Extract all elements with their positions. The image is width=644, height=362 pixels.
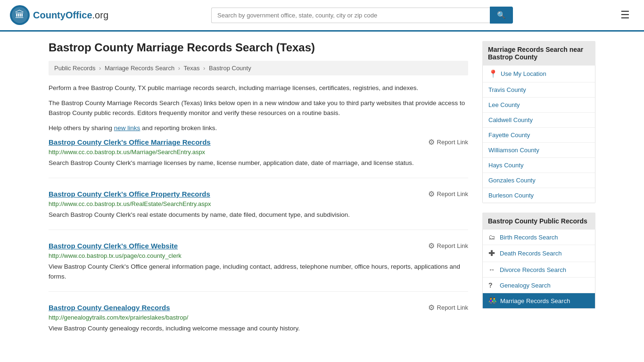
breadcrumb-sep2: › (178, 65, 180, 72)
results-list: Bastrop County Clerk's Office Marriage R… (49, 138, 468, 343)
record-marriage[interactable]: 👫 Marriage Records Search (483, 293, 595, 308)
result-title-1[interactable]: Bastrop County Clerk's Office Marriage R… (49, 138, 211, 146)
nearby-fayette[interactable]: Fayette County (483, 128, 595, 143)
logo[interactable]: 🏛 CountyOffice.org (9, 5, 108, 25)
birth-records-link[interactable]: Birth Records Search (500, 234, 558, 241)
site-header: 🏛 CountyOffice.org 🔍 ☰ (0, 0, 644, 32)
record-genealogy[interactable]: ? Genealogy Search (483, 278, 595, 293)
result-header-2: Bastrop County Clerk's Office Property R… (49, 189, 468, 198)
menu-button[interactable]: ☰ (616, 6, 635, 24)
report-icon-2: ⚙ (428, 189, 435, 198)
divorce-icon: ↔ (488, 266, 496, 273)
main-wrapper: Bastrop County Marriage Records Search (… (39, 32, 605, 362)
main-content: Bastrop County Marriage Records Search (… (49, 41, 468, 354)
nearby-list: 📍 Use My Location Travis County Lee Coun… (482, 66, 595, 203)
nearby-section: Marriage Records Search near Bastrop Cou… (482, 41, 595, 203)
breadcrumb-sep3: › (203, 65, 205, 72)
report-link-1[interactable]: ⚙ Report Link (428, 138, 468, 147)
genealogy-search-link[interactable]: Genealogy Search (500, 282, 551, 289)
death-records-link[interactable]: Death Records Search (500, 250, 562, 257)
result-desc-4: View Bastrop County genealogy records, i… (49, 323, 468, 334)
nearby-lee[interactable]: Lee County (483, 98, 595, 113)
result-url-1[interactable]: http://www.cc.co.bastrop.tx.us/Marriage/… (49, 148, 468, 156)
desc-para2: The Bastrop County Marriage Records Sear… (49, 98, 468, 118)
location-icon: 📍 (488, 69, 498, 78)
williamson-county-link[interactable]: Williamson County (488, 147, 539, 154)
search-input[interactable] (211, 8, 490, 23)
search-button[interactable]: 🔍 (490, 7, 513, 24)
report-link-4[interactable]: ⚙ Report Link (428, 303, 468, 312)
report-icon-4: ⚙ (428, 303, 435, 312)
public-records-list: 🗂 Birth Records Search ✚ Death Records S… (482, 230, 595, 309)
death-icon: ✚ (488, 249, 496, 258)
divorce-records-link[interactable]: Divorce Records Search (500, 266, 566, 273)
breadcrumb: Public Records › Marriage Records Search… (49, 61, 468, 75)
nearby-hays[interactable]: Hays County (483, 158, 595, 173)
logo-icon: 🏛 (9, 5, 30, 25)
result-url-3[interactable]: http://www.co.bastrop.tx.us/page/co.coun… (49, 252, 468, 259)
result-header-4: Bastrop County Genealogy Records ⚙ Repor… (49, 303, 468, 312)
public-records-header: Bastrop County Public Records (482, 213, 595, 230)
record-divorce[interactable]: ↔ Divorce Records Search (483, 262, 595, 278)
result-url-2[interactable]: http://www.cc.co.bastrop.tx.us/RealEstat… (49, 200, 468, 207)
fayette-county-link[interactable]: Fayette County (488, 132, 530, 139)
nearby-williamson[interactable]: Williamson County (483, 143, 595, 158)
sidebar: Marriage Records Search near Bastrop Cou… (482, 41, 595, 354)
result-item-1: Bastrop County Clerk's Office Marriage R… (49, 138, 468, 178)
result-item-2: Bastrop County Clerk's Office Property R… (49, 189, 468, 230)
result-desc-3: View Bastrop County Clerk's Office gener… (49, 262, 468, 282)
result-title-2[interactable]: Bastrop County Clerk's Office Property R… (49, 190, 210, 198)
nearby-burleson[interactable]: Burleson County (483, 188, 595, 203)
desc-para1: Perform a free Bastrop County, TX public… (49, 83, 468, 93)
svg-text:🏛: 🏛 (15, 9, 25, 20)
result-header-3: Bastrop County Clerk's Office Website ⚙ … (49, 241, 468, 250)
page-title: Bastrop County Marriage Records Search (… (49, 41, 468, 54)
nearby-travis[interactable]: Travis County (483, 82, 595, 98)
report-link-3[interactable]: ⚙ Report Link (428, 241, 468, 250)
result-url-4[interactable]: http://genealogytrails.com/tex/prairlesl… (49, 314, 468, 321)
travis-county-link[interactable]: Travis County (488, 86, 526, 93)
breadcrumb-sep1: › (99, 65, 101, 72)
caldwell-county-link[interactable]: Caldwell County (488, 116, 533, 123)
marriage-records-link[interactable]: Marriage Records Search (500, 297, 570, 304)
report-icon-3: ⚙ (428, 241, 435, 250)
desc-para3: Help others by sharing new links and rep… (49, 123, 468, 133)
use-location-item[interactable]: 📍 Use My Location (483, 66, 595, 82)
report-icon-1: ⚙ (428, 138, 435, 147)
burleson-county-link[interactable]: Burleson County (488, 192, 534, 199)
search-area: 🔍 (211, 7, 513, 24)
logo-text: CountyOffice.org (33, 10, 108, 21)
report-link-2[interactable]: ⚙ Report Link (428, 189, 468, 198)
result-item-3: Bastrop County Clerk's Office Website ⚙ … (49, 241, 468, 292)
nearby-header: Marriage Records Search near Bastrop Cou… (482, 41, 595, 66)
new-links-link[interactable]: new links (114, 124, 140, 132)
genealogy-icon: ? (488, 281, 496, 289)
use-location-link[interactable]: Use My Location (501, 70, 546, 77)
breadcrumb-public-records[interactable]: Public Records (54, 65, 95, 72)
result-title-4[interactable]: Bastrop County Genealogy Records (49, 304, 170, 312)
hays-county-link[interactable]: Hays County (488, 162, 523, 169)
result-desc-2: Search Bastrop County Clerk's real estat… (49, 210, 468, 220)
marriage-icon: 👫 (488, 297, 496, 304)
lee-county-link[interactable]: Lee County (488, 101, 520, 108)
birth-icon: 🗂 (488, 233, 496, 241)
breadcrumb-bastrop[interactable]: Bastrop County (209, 65, 251, 72)
breadcrumb-marriage-records[interactable]: Marriage Records Search (105, 65, 174, 72)
breadcrumb-texas[interactable]: Texas (184, 65, 200, 72)
result-title-3[interactable]: Bastrop County Clerk's Office Website (49, 242, 178, 250)
result-desc-1: Search Bastrop County Clerk's marriage l… (49, 158, 468, 168)
nearby-gonzales[interactable]: Gonzales County (483, 173, 595, 188)
nearby-caldwell[interactable]: Caldwell County (483, 113, 595, 128)
result-item-4: Bastrop County Genealogy Records ⚙ Repor… (49, 303, 468, 343)
record-birth[interactable]: 🗂 Birth Records Search (483, 230, 595, 245)
public-records-section: Bastrop County Public Records 🗂 Birth Re… (482, 213, 595, 309)
record-death[interactable]: ✚ Death Records Search (483, 245, 595, 262)
result-header-1: Bastrop County Clerk's Office Marriage R… (49, 138, 468, 147)
gonzales-county-link[interactable]: Gonzales County (488, 177, 536, 184)
